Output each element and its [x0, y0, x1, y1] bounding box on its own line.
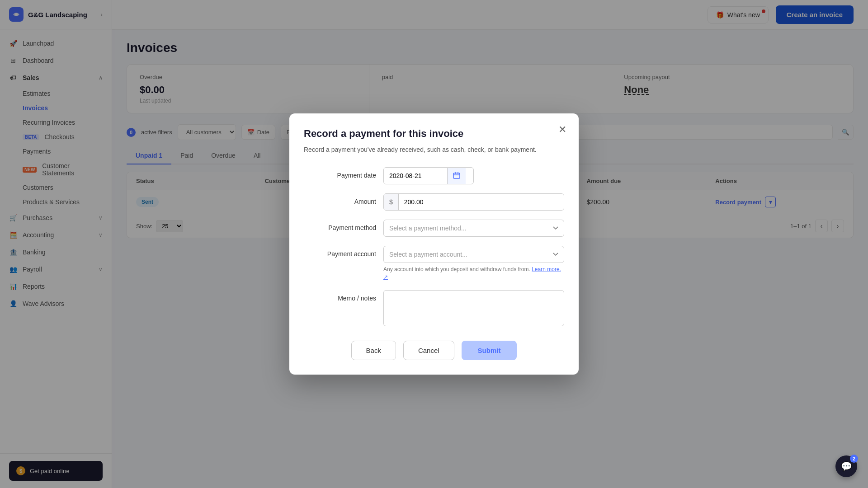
- payment-account-label: Payment account: [304, 246, 376, 258]
- memo-control: [383, 290, 564, 328]
- payment-date-row: Payment date: [304, 167, 564, 184]
- date-input-wrap: [383, 167, 474, 184]
- payment-account-select[interactable]: Select a payment account...: [383, 246, 564, 263]
- amount-control: $: [383, 193, 564, 211]
- cancel-button[interactable]: Cancel: [403, 341, 454, 360]
- payment-method-control: Select a payment method...: [383, 220, 564, 237]
- payment-date-control: [383, 167, 564, 184]
- amount-row: Amount $: [304, 193, 564, 211]
- chat-widget[interactable]: 💬 2: [835, 455, 857, 477]
- payment-method-row: Payment method Select a payment method..…: [304, 220, 564, 237]
- amount-input-wrap: $: [383, 193, 564, 211]
- payment-method-label: Payment method: [304, 220, 376, 231]
- payment-method-select[interactable]: Select a payment method...: [383, 220, 564, 237]
- amount-input[interactable]: [399, 194, 564, 210]
- memo-row: Memo / notes: [304, 290, 564, 328]
- modal-description: Record a payment you've already received…: [304, 145, 564, 155]
- svg-rect-1: [453, 173, 460, 178]
- memo-label: Memo / notes: [304, 290, 376, 302]
- calendar-picker-button[interactable]: [447, 168, 466, 184]
- submit-button[interactable]: Submit: [462, 341, 517, 360]
- memo-textarea[interactable]: [383, 290, 564, 326]
- modal-footer: Back Cancel Submit: [304, 341, 564, 360]
- modal-title: Record a payment for this invoice: [304, 128, 564, 140]
- chat-icon: 💬: [841, 461, 852, 472]
- modal-overlay[interactable]: Record a payment for this invoice ✕ Reco…: [0, 0, 868, 488]
- record-payment-modal: Record a payment for this invoice ✕ Reco…: [289, 113, 579, 375]
- back-button[interactable]: Back: [351, 341, 396, 360]
- account-hint: Any account into which you deposit and w…: [383, 266, 564, 281]
- payment-account-row: Payment account Select a payment account…: [304, 246, 564, 281]
- payment-account-control: Select a payment account... Any account …: [383, 246, 564, 281]
- payment-date-input[interactable]: [384, 168, 447, 184]
- amount-label: Amount: [304, 193, 376, 205]
- amount-prefix: $: [384, 194, 399, 210]
- payment-date-label: Payment date: [304, 167, 376, 179]
- chat-badge: 2: [850, 455, 858, 463]
- modal-close-button[interactable]: ✕: [555, 122, 570, 137]
